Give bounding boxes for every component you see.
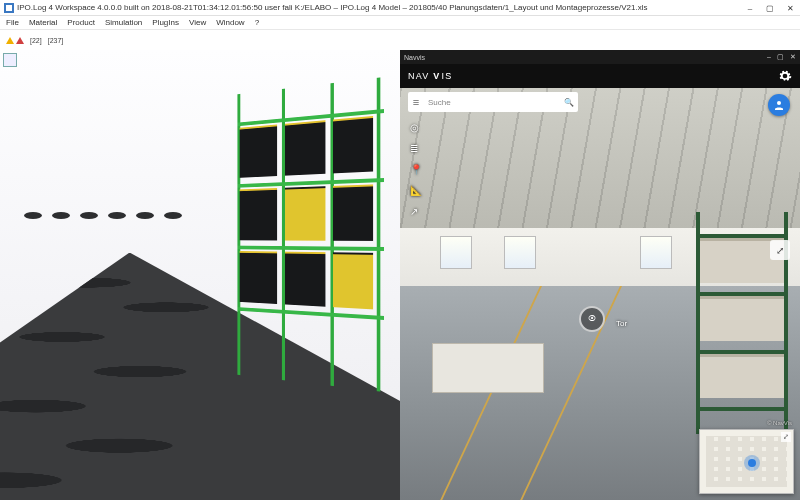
menu-file[interactable]: File bbox=[6, 18, 19, 27]
warning-badge[interactable] bbox=[6, 37, 24, 44]
panel-close-button[interactable]: ✕ bbox=[790, 53, 796, 61]
panel-minimize-button[interactable]: – bbox=[767, 53, 771, 61]
svg-rect-1 bbox=[6, 5, 12, 11]
pin-icon[interactable]: 📍 bbox=[410, 164, 422, 175]
window-title: IPO.Log 4 Workspace 4.0.0.0 built on 201… bbox=[17, 3, 648, 12]
minimap-expand-icon[interactable]: ⤢ bbox=[781, 432, 791, 442]
photo-window bbox=[440, 236, 472, 269]
warning-icon bbox=[6, 37, 14, 44]
search-icon[interactable]: 🔍 bbox=[560, 98, 578, 107]
menu-simulation[interactable]: Simulation bbox=[105, 18, 142, 27]
photo-cart bbox=[432, 343, 544, 392]
window-titlebar: IPO.Log 4 Workspace 4.0.0.0 built on 201… bbox=[0, 0, 800, 16]
minimap[interactable]: ⤢ bbox=[699, 429, 794, 494]
person-icon bbox=[773, 99, 785, 111]
message-count: [237] bbox=[48, 37, 64, 44]
share-icon[interactable]: ↗ bbox=[410, 206, 422, 217]
window-close-button[interactable]: ✕ bbox=[780, 0, 800, 16]
poi-label: Tor bbox=[616, 319, 627, 328]
status-toolbar: [22] [237] bbox=[0, 30, 800, 50]
svg-point-6 bbox=[777, 101, 781, 105]
navvis-panel: Navvis – ▢ ✕ N AV V IS bbox=[400, 50, 800, 500]
poi-marker[interactable]: ⦿ bbox=[579, 306, 605, 332]
hamburger-icon[interactable]: ≡ bbox=[408, 96, 424, 108]
svg-text:V: V bbox=[433, 71, 440, 81]
user-avatar[interactable] bbox=[768, 94, 790, 116]
compass-icon[interactable]: ◎ bbox=[410, 122, 422, 133]
attribution-text: © NavVis bbox=[767, 420, 792, 426]
navvis-toolstrip: ◎ ≣ 📍 📐 ↗ bbox=[410, 122, 422, 217]
floor-markers bbox=[24, 212, 182, 219]
storage-rack bbox=[229, 77, 384, 392]
svg-text:N: N bbox=[408, 71, 416, 81]
gear-icon[interactable] bbox=[778, 69, 792, 83]
viewport-tool-icon[interactable] bbox=[3, 53, 17, 67]
search-placeholder: Suche bbox=[424, 98, 560, 107]
svg-text:AV: AV bbox=[416, 71, 430, 81]
photo-window bbox=[640, 236, 672, 269]
minimap-position-icon bbox=[748, 459, 756, 467]
fullscreen-icon[interactable]: ⤢ bbox=[770, 240, 790, 260]
photo-window bbox=[504, 236, 536, 269]
navvis-logo: N AV V IS bbox=[408, 70, 480, 82]
menu-plugins[interactable]: PlugIns bbox=[152, 18, 179, 27]
error-icon bbox=[16, 37, 24, 44]
menu-help[interactable]: ? bbox=[255, 18, 259, 27]
menu-view[interactable]: View bbox=[189, 18, 206, 27]
menu-product[interactable]: Product bbox=[67, 18, 95, 27]
warning-count: [22] bbox=[30, 37, 42, 44]
window-maximize-button[interactable]: ▢ bbox=[760, 0, 780, 16]
menu-material[interactable]: Material bbox=[29, 18, 57, 27]
panel-maximize-button[interactable]: ▢ bbox=[777, 53, 784, 61]
svg-text:IS: IS bbox=[442, 71, 453, 81]
menu-window[interactable]: Window bbox=[216, 18, 244, 27]
menu-bar: File Material Product Simulation PlugIns… bbox=[0, 16, 800, 30]
app-icon bbox=[4, 3, 14, 13]
search-box[interactable]: ≡ Suche 🔍 bbox=[408, 92, 578, 112]
layers-icon[interactable]: ≣ bbox=[410, 143, 422, 154]
navvis-header: N AV V IS bbox=[400, 64, 800, 88]
navvis-titlebar: Navvis – ▢ ✕ bbox=[400, 50, 800, 64]
navvis-viewer[interactable]: ⦿ Tor © NavVis ⤢ bbox=[400, 88, 800, 500]
navvis-title-text: Navvis bbox=[404, 54, 425, 61]
ruler-icon[interactable]: 📐 bbox=[410, 185, 422, 196]
viewport-3d[interactable] bbox=[0, 50, 400, 500]
window-minimize-button[interactable]: – bbox=[740, 0, 760, 16]
